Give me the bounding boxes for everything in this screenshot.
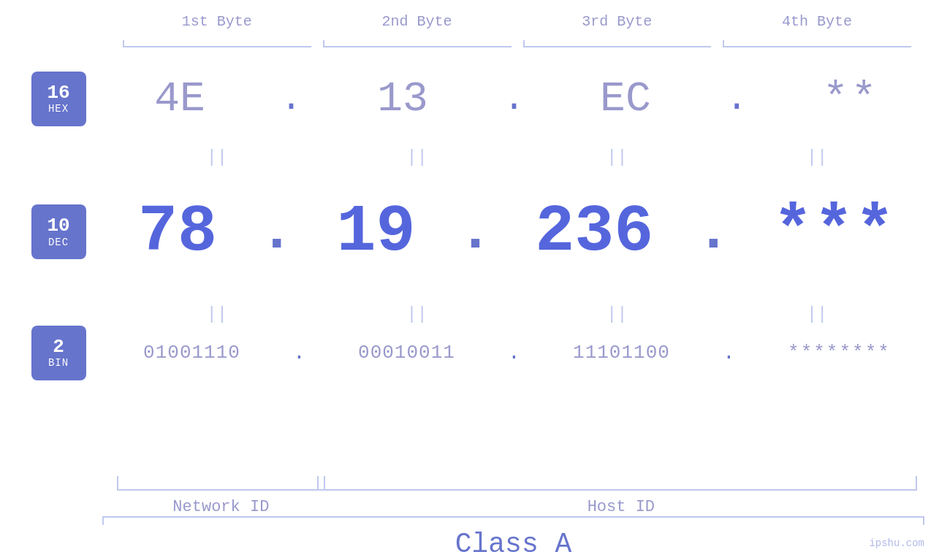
- class-bracket-line: [102, 516, 924, 525]
- dec-row: 10 DEC 78 . 19 . 236 . ***: [0, 164, 939, 299]
- bin-b2: 00010011: [358, 342, 455, 364]
- hex-value-3: EC: [600, 75, 651, 123]
- host-bracket: [317, 476, 917, 491]
- hex-b2: 13: [377, 75, 428, 123]
- id-labels: Network ID Host ID: [117, 498, 917, 516]
- dec-badge-number: 10: [47, 215, 69, 237]
- dec-b1: 78: [138, 195, 217, 269]
- top-bracket-3: [523, 40, 712, 53]
- top-bracket-2: [323, 40, 512, 53]
- dec-value-4: ***: [773, 195, 896, 269]
- id-brackets: [117, 476, 917, 491]
- dec-badge-area: 10 DEC: [0, 204, 117, 259]
- bin-badge-number: 2: [53, 337, 64, 358]
- dec-values-area: 78 . 19 . 236 . ***: [117, 195, 939, 269]
- bin-badge-label: BIN: [48, 357, 69, 369]
- byte-header-1: 1st Byte: [117, 13, 317, 30]
- bin-b3: 11101100: [573, 342, 670, 364]
- bin-values-area: 01001110 . 00010011 . 11101100 . *******…: [117, 342, 939, 364]
- dec-dot-3: .: [696, 199, 731, 265]
- top-bracket-4: [723, 40, 911, 53]
- dec-b4: ***: [773, 195, 896, 269]
- bin-badge-area: 2 BIN: [0, 326, 117, 380]
- bin-value-3: 11101100: [573, 342, 670, 364]
- dec-value-2: 19: [337, 195, 416, 269]
- hex-value-2: 13: [377, 75, 428, 123]
- bin-value-2: 00010011: [358, 342, 455, 364]
- hex-badge: 16 HEX: [31, 72, 86, 126]
- hex-values-area: 4E . 13 . EC . **: [117, 75, 939, 123]
- dec-dot-2: .: [457, 199, 493, 265]
- hex-b1: 4E: [154, 75, 205, 123]
- hex-dot-3: .: [726, 78, 748, 120]
- network-id-label: Network ID: [117, 498, 325, 516]
- hex-value-1: 4E: [154, 75, 205, 123]
- bin-row: 2 BIN 01001110 . 00010011 . 11101100 .: [0, 320, 939, 386]
- dec-badge-label: DEC: [48, 237, 69, 248]
- watermark: ipshu.com: [869, 537, 924, 549]
- hex-row: 16 HEX 4E . 13 . EC . **: [0, 58, 939, 139]
- hex-dot-1: .: [281, 78, 303, 120]
- hex-dot-2: .: [503, 78, 525, 120]
- dec-badge: 10 DEC: [31, 204, 86, 259]
- bin-badge: 2 BIN: [31, 326, 86, 380]
- class-label: Class A: [102, 529, 924, 560]
- bin-dot-3: .: [723, 342, 735, 364]
- dec-dot-1: .: [259, 199, 294, 265]
- bin-value-4: ********: [788, 342, 891, 364]
- hex-badge-number: 16: [47, 83, 69, 104]
- hex-b3: EC: [600, 75, 651, 123]
- top-bracket-1: [123, 40, 311, 53]
- dec-value-3: 236: [535, 195, 653, 269]
- dec-b2: 19: [337, 195, 416, 269]
- hex-b4: **: [823, 75, 880, 123]
- bin-value-1: 01001110: [143, 342, 240, 364]
- byte-headers: 1st Byte 2nd Byte 3rd Byte 4th Byte: [117, 13, 917, 30]
- hex-badge-area: 16 HEX: [0, 72, 117, 126]
- host-id-label: Host ID: [325, 498, 917, 516]
- byte-header-4: 4th Byte: [717, 13, 917, 30]
- network-bracket: [117, 476, 325, 491]
- hex-value-4: **: [823, 75, 880, 123]
- top-brackets: [117, 40, 917, 53]
- bottom-section: Network ID Host ID: [117, 476, 917, 516]
- byte-header-3: 3rd Byte: [517, 13, 718, 30]
- bin-dot-2: .: [508, 342, 520, 364]
- dec-b3: 236: [535, 195, 653, 269]
- byte-header-2: 2nd Byte: [317, 13, 517, 30]
- hex-badge-label: HEX: [48, 103, 69, 115]
- class-section: Class A: [102, 516, 924, 560]
- bin-b1: 01001110: [143, 342, 240, 364]
- dec-value-1: 78: [138, 195, 217, 269]
- bin-b4: ********: [788, 342, 891, 364]
- bin-dot-1: .: [293, 342, 305, 364]
- page-container: 1st Byte 2nd Byte 3rd Byte 4th Byte 16 H…: [0, 0, 939, 560]
